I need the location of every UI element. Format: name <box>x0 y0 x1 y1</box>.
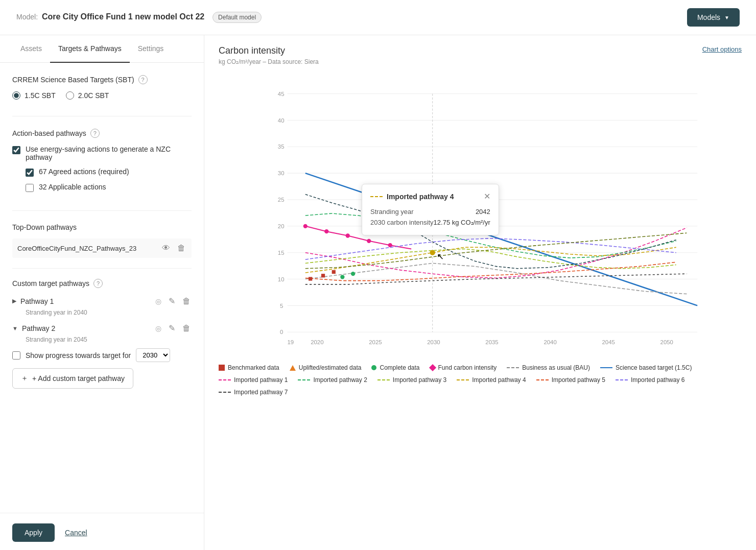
x-label-19: 19 <box>288 339 294 345</box>
legend-ip6-icon <box>616 379 628 380</box>
view-pathway-button[interactable]: 👁 <box>161 243 171 254</box>
hover-point <box>430 250 435 255</box>
main-layout: Assets Targets & Pathways Settings CRREM… <box>0 35 756 550</box>
sbt-2-0c-option[interactable]: 2.0C SBT <box>66 91 109 100</box>
legend-complete: Complete data <box>371 364 419 371</box>
pathway-2-visibility-button[interactable]: ◎ <box>154 323 162 333</box>
legend-uplifted-label: Uplifted/estimated data <box>299 364 362 371</box>
legend-benchmarked: Benchmarked data <box>219 364 279 371</box>
right-panel: Carbon intensity Chart options kg CO₂/m²… <box>204 35 756 550</box>
legend-ip3-label: Imported pathway 3 <box>393 376 446 384</box>
pathway-2-item: ▼ Pathway 2 ◎ ✎ 🗑 Stranding year in 2045… <box>12 322 192 362</box>
add-custom-pathway-button[interactable]: ＋ + Add custom target pathway <box>12 368 133 389</box>
fund-ci-point-4 <box>367 239 371 243</box>
top-bar: Model: Core City Office Fund 1 new model… <box>0 0 756 35</box>
sbt-2-0c-radio[interactable] <box>66 91 74 100</box>
default-model-badge: Default model <box>212 12 262 23</box>
pathway-1-delete-button[interactable]: 🗑 <box>181 296 192 307</box>
x-label-2030: 2030 <box>427 339 440 345</box>
tab-settings[interactable]: Settings <box>130 35 172 63</box>
applicable-actions-label: 32 Applicable actions <box>39 183 106 191</box>
action-pathways-title: Action-based pathways ? <box>12 129 192 138</box>
sbt-1-5c-option[interactable]: 1.5C SBT <box>12 91 56 100</box>
bench-point-2 <box>321 274 325 277</box>
x-label-2050: 2050 <box>660 339 673 345</box>
chart-legend: Benchmarked data Uplifted/estimated data… <box>219 364 742 396</box>
pathway-1-chevron-right-icon[interactable]: ▶ <box>12 298 16 304</box>
delete-pathway-button[interactable]: 🗑 <box>176 243 186 254</box>
top-down-title: Top-Down pathways <box>12 223 192 231</box>
y-label-40: 40 <box>278 117 285 124</box>
sbt-1-5c-radio[interactable] <box>12 91 20 100</box>
y-label-5: 5 <box>280 303 283 309</box>
x-label-2040: 2040 <box>544 339 556 345</box>
legend-sbt: Science based target (1.5C) <box>600 364 692 371</box>
chart-subtitle: kg CO₂/m²/year – Data source: Siera <box>219 58 742 65</box>
custom-pathways-section: Custom target pathways ? ▶ Pathway 1 ◎ ✎… <box>12 279 192 401</box>
applicable-actions-checkbox[interactable] <box>26 184 34 192</box>
agreed-actions-checkbox[interactable] <box>26 169 34 177</box>
legend-uplifted: Uplifted/estimated data <box>290 364 362 371</box>
tooltip-carbon-row: 2030 carbon intensity 12.75 kg CO₂/m²/yr <box>370 217 490 228</box>
tab-bar: Assets Targets & Pathways Settings <box>0 35 204 63</box>
action-pathways-section: Action-based pathways ? Use energy-savin… <box>12 129 192 211</box>
sbt-section: CRREM Science Based Targets (SBT) ? 1.5C… <box>12 75 192 116</box>
imported-pathway-6-line <box>305 238 676 259</box>
apply-button[interactable]: Apply <box>12 523 55 542</box>
legend-ip7-icon <box>219 392 231 393</box>
legend-ip2-label: Imported pathway 2 <box>313 376 367 384</box>
pathway-2-chevron-down-icon[interactable]: ▼ <box>12 325 18 331</box>
pathway-file-row: CoreOfficeCityFund_NZC_Pathways_23 👁 🗑 <box>12 238 192 258</box>
legend-ip3-icon <box>377 379 390 380</box>
show-progress-row: Show progress towards target for 2030 20… <box>12 348 192 362</box>
pathway-1-actions: ◎ ✎ 🗑 <box>154 295 192 307</box>
y-label-45: 45 <box>278 91 285 97</box>
y-label-25: 25 <box>278 197 285 203</box>
legend-ip5-icon <box>536 379 549 380</box>
complete-data-2 <box>351 272 355 276</box>
chart-options-link[interactable]: Chart options <box>702 45 742 53</box>
models-button[interactable]: Models ▼ <box>687 8 740 27</box>
y-label-35: 35 <box>278 144 285 150</box>
pathway-2-delete-button[interactable]: 🗑 <box>181 323 192 334</box>
custom-pathways-title: Custom target pathways ? <box>12 279 192 288</box>
legend-ip6-label: Imported pathway 6 <box>631 376 684 384</box>
bench-point-3 <box>332 270 336 274</box>
nzc-pathway-checkbox-item[interactable]: Use energy-saving actions to generate a … <box>12 145 192 161</box>
chevron-down-icon: ▼ <box>724 15 729 20</box>
pathway-1-name: ▶ Pathway 1 <box>12 297 54 305</box>
legend-ip3: Imported pathway 3 <box>377 376 446 384</box>
fund-ci-point-5 <box>388 243 392 247</box>
legend-benchmarked-label: Benchmarked data <box>228 364 279 371</box>
x-label-2035: 2035 <box>485 339 498 345</box>
left-panel: Assets Targets & Pathways Settings CRREM… <box>0 35 204 550</box>
legend-ip7-label: Imported pathway 7 <box>234 389 288 396</box>
cancel-button[interactable]: Cancel <box>65 529 87 537</box>
legend-ip4-icon <box>457 379 469 380</box>
legend-ip1: Imported pathway 1 <box>219 376 288 384</box>
legend-ip2-icon <box>298 379 310 380</box>
tooltip-close-button[interactable]: ✕ <box>484 192 490 201</box>
applicable-actions-checkbox-item[interactable]: 32 Applicable actions <box>26 183 192 192</box>
nzc-pathway-label: Use energy-saving actions to generate a … <box>26 145 192 161</box>
bench-point-1 <box>309 277 312 280</box>
legend-ip1-icon <box>219 379 231 380</box>
custom-pathways-help-icon[interactable]: ? <box>93 279 103 288</box>
nzc-pathway-checkbox[interactable] <box>12 146 20 154</box>
show-progress-checkbox[interactable] <box>12 351 20 360</box>
sbt-help-icon[interactable]: ? <box>138 75 148 84</box>
pathway-2-edit-button[interactable]: ✎ <box>168 322 176 334</box>
add-pathway-plus-icon: ＋ <box>21 374 28 383</box>
pathway-1-edit-button[interactable]: ✎ <box>168 295 176 307</box>
agreed-actions-checkbox-item[interactable]: 67 Agreed actions (required) <box>26 168 192 177</box>
x-label-2045: 2045 <box>602 339 615 345</box>
legend-ip5: Imported pathway 5 <box>536 376 605 384</box>
tab-assets[interactable]: Assets <box>12 35 50 63</box>
y-label-30: 30 <box>278 170 285 176</box>
action-pathways-help-icon[interactable]: ? <box>90 129 100 138</box>
pathway-2-row: ▼ Pathway 2 ◎ ✎ 🗑 <box>12 322 192 334</box>
tooltip-line-icon <box>370 196 383 197</box>
pathway-1-visibility-button[interactable]: ◎ <box>154 296 162 306</box>
tab-targets-pathways[interactable]: Targets & Pathways <box>50 35 130 63</box>
year-select[interactable]: 2030 2035 2040 2045 2050 <box>136 348 170 362</box>
